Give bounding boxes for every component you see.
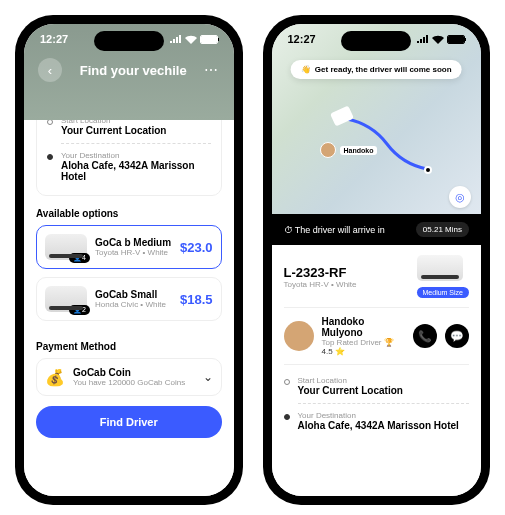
driver-avatar bbox=[284, 321, 314, 351]
driver-rating: 4.5 ⭐ bbox=[322, 347, 406, 356]
driver-name: Handoko Mulyono bbox=[322, 316, 406, 338]
content: Start Location Your Current Location You… bbox=[24, 120, 234, 496]
driver-rank: Top Rated Driver 🏆 bbox=[322, 338, 406, 347]
phone-left: 12:27 ‹ Find your vechile ⋯ Start Locati… bbox=[15, 15, 243, 505]
signal-icon bbox=[417, 35, 429, 43]
start-label: Start Location bbox=[298, 376, 403, 385]
vehicle-row: L-2323-RF Toyota HR-V • White Medium Siz… bbox=[284, 255, 470, 308]
location-card: Start Location Your Current Location You… bbox=[36, 120, 222, 196]
find-driver-button[interactable]: Find Driver bbox=[36, 406, 222, 438]
more-button[interactable]: ⋯ bbox=[204, 62, 219, 78]
back-button[interactable]: ‹ bbox=[38, 58, 62, 82]
option-price: $23.0 bbox=[180, 240, 213, 255]
toast: 👋Get ready, the driver will come soon bbox=[291, 60, 462, 79]
payment-name: GoCab Coin bbox=[73, 367, 195, 378]
option-detail: Honda Civic • White bbox=[95, 300, 172, 309]
option-name: GoCab Small bbox=[95, 289, 172, 300]
size-badge: Medium Size bbox=[417, 287, 469, 298]
time: 12:27 bbox=[40, 33, 68, 45]
dest-row: Your Destination Aloha Cafe, 4342A Maris… bbox=[284, 408, 470, 434]
start-row: Start Location Your Current Location bbox=[284, 373, 470, 399]
pin-icon bbox=[284, 414, 290, 420]
notch bbox=[94, 31, 164, 51]
chevron-down-icon: ⌄ bbox=[203, 370, 213, 384]
time: 12:27 bbox=[288, 33, 316, 45]
wifi-icon bbox=[185, 35, 197, 44]
option-name: GoCa b Medium bbox=[95, 237, 172, 248]
wifi-icon bbox=[432, 35, 444, 44]
circle-icon bbox=[47, 120, 53, 125]
payment-selector[interactable]: 💰 GoCab Coin You have 120000 GoCab Coins… bbox=[36, 358, 222, 396]
screen: 12:27 👋Get ready, the driver will come s… bbox=[272, 24, 482, 496]
seat-badge: 👤2 bbox=[69, 305, 90, 315]
dest-value: Aloha Cafe, 4342A Marisson Hotel bbox=[298, 420, 459, 431]
destination-marker bbox=[424, 166, 432, 174]
divider bbox=[298, 403, 470, 404]
driver-marker[interactable]: Handoko bbox=[320, 142, 378, 158]
call-button[interactable]: 📞 bbox=[413, 324, 437, 348]
payment-title: Payment Method bbox=[36, 341, 222, 352]
screen: 12:27 ‹ Find your vechile ⋯ Start Locati… bbox=[24, 24, 234, 496]
start-row[interactable]: Start Location Your Current Location bbox=[47, 120, 211, 139]
dest-row[interactable]: Your Destination Aloha Cafe, 4342A Maris… bbox=[47, 148, 211, 185]
circle-icon bbox=[284, 379, 290, 385]
option-price: $18.5 bbox=[180, 292, 213, 307]
dest-value: Aloha Cafe, 4342A Marisson Hotel bbox=[61, 160, 211, 182]
avatar-icon bbox=[320, 142, 336, 158]
seat-badge: 👤4 bbox=[69, 253, 90, 263]
option-medium[interactable]: 👤4 GoCa b Medium Toyota HR-V • White $23… bbox=[36, 225, 222, 269]
option-detail: Toyota HR-V • White bbox=[95, 248, 172, 257]
payment-detail: You have 120000 GoCab Coins bbox=[73, 378, 195, 387]
car-icon bbox=[417, 255, 463, 281]
eta-time: 05.21 Mins bbox=[416, 222, 469, 237]
bottom-sheet: L-2323-RF Toyota HR-V • White Medium Siz… bbox=[272, 245, 482, 496]
options-title: Available options bbox=[36, 208, 222, 219]
eta-label: ⏱ The driver will arrive in bbox=[284, 225, 385, 235]
signal-icon bbox=[170, 35, 182, 43]
eta-bar: ⏱ The driver will arrive in 05.21 Mins bbox=[272, 214, 482, 245]
notch bbox=[341, 31, 411, 51]
compass-button[interactable]: ◎ bbox=[449, 186, 471, 208]
dest-label: Your Destination bbox=[61, 151, 211, 160]
pin-icon bbox=[47, 154, 53, 160]
map[interactable]: 12:27 👋Get ready, the driver will come s… bbox=[272, 24, 482, 214]
car-icon: 👤4 bbox=[45, 234, 87, 260]
plate: L-2323-RF bbox=[284, 265, 357, 280]
option-small[interactable]: 👤2 GoCab Small Honda Civic • White $18.5 bbox=[36, 277, 222, 321]
trip-locations: Start Location Your Current Location You… bbox=[284, 365, 470, 434]
wave-icon: 👋 bbox=[301, 65, 311, 74]
start-value: Your Current Location bbox=[61, 125, 166, 136]
divider bbox=[61, 143, 211, 144]
phone-right: 12:27 👋Get ready, the driver will come s… bbox=[263, 15, 491, 505]
start-value: Your Current Location bbox=[298, 385, 403, 396]
status-icons bbox=[417, 35, 465, 44]
page-title: Find your vechile bbox=[80, 63, 187, 78]
status-icons bbox=[170, 35, 218, 44]
battery-icon bbox=[200, 35, 218, 44]
car-icon: 👤2 bbox=[45, 286, 87, 312]
vehicle-detail: Toyota HR-V • White bbox=[284, 280, 357, 289]
dest-label: Your Destination bbox=[298, 411, 459, 420]
driver-row: Handoko Mulyono Top Rated Driver 🏆 4.5 ⭐… bbox=[284, 308, 470, 365]
driver-map-name: Handoko bbox=[340, 146, 378, 155]
chat-button[interactable]: 💬 bbox=[445, 324, 469, 348]
coin-icon: 💰 bbox=[45, 368, 65, 387]
header: ‹ Find your vechile ⋯ bbox=[24, 54, 234, 86]
battery-icon bbox=[447, 35, 465, 44]
